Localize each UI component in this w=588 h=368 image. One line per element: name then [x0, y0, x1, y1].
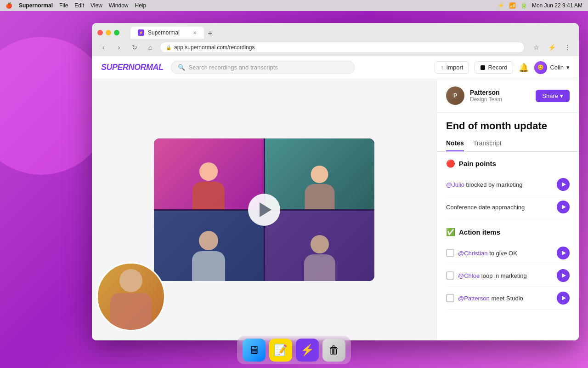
app-name[interactable]: Supernormal: [19, 2, 53, 9]
right-panel: P Patterson Design Team Share ▾ End of m…: [436, 79, 579, 340]
action-item-1: @Christian to give OK: [446, 242, 570, 264]
browser-tabs: ⚡ Supernormal ✕ +: [130, 27, 215, 39]
bookmark-button[interactable]: ☆: [530, 41, 542, 53]
notifications-button[interactable]: 🔔: [519, 63, 529, 73]
menu-file[interactable]: File: [59, 2, 68, 9]
play-triangle-icon: [260, 202, 271, 217]
menu-view[interactable]: View: [90, 2, 102, 9]
back-button[interactable]: ‹: [97, 41, 109, 53]
app-logo: SUPERNORMAL: [101, 63, 164, 72]
play-action-button-1[interactable]: [557, 247, 570, 259]
supernormal-extension-button[interactable]: ⚡: [546, 41, 558, 53]
share-button[interactable]: Share ▾: [536, 90, 570, 102]
browser-menu-button[interactable]: ⋮: [561, 41, 573, 53]
search-bar[interactable]: 🔍 Search recordings and transcripts: [171, 61, 355, 74]
play-action-icon-2: [562, 273, 566, 278]
dock-trash[interactable]: 🗑: [322, 339, 345, 362]
play-action-icon-3: [562, 296, 566, 300]
address-bar[interactable]: 🔒 app.supernormal.com/recordings: [160, 42, 525, 53]
browser-window: ⚡ Supernormal ✕ + ‹ › ↻ ⌂ 🔒 app.supernor…: [92, 23, 579, 340]
pain-point-text-rest-1: blocked by marketing: [466, 181, 523, 188]
video-cell-3: [154, 211, 264, 282]
url-text: app.supernormal.com/recordings: [174, 44, 254, 51]
presenter-initials: P: [453, 92, 457, 99]
menubar: 🍎 Supernormal File Edit View Window Help…: [0, 0, 588, 11]
search-placeholder: Search recordings and transcripts: [189, 64, 278, 71]
play-action-button-2[interactable]: [557, 269, 570, 282]
apple-menu[interactable]: 🍎: [6, 2, 12, 9]
checkbox-3[interactable]: [446, 294, 454, 302]
datetime: Mon Jun 22 9:41 AM: [532, 2, 582, 9]
minimize-window-button[interactable]: [106, 30, 111, 35]
browser-toolbar: ‹ › ↻ ⌂ 🔒 app.supernormal.com/recordings…: [92, 39, 579, 56]
finder-icon: 🖥: [249, 344, 260, 356]
mention-patterson: @Patterson: [458, 295, 490, 302]
play-icon-2: [562, 205, 566, 209]
meeting-tabs: Notes Transcript: [437, 136, 579, 152]
share-label: Share: [542, 92, 558, 99]
tab-transcript[interactable]: Transcript: [473, 136, 502, 151]
dock-notes[interactable]: 📝: [269, 339, 292, 362]
record-button[interactable]: Record: [475, 61, 513, 74]
trash-icon: 🗑: [328, 344, 339, 356]
play-clip-button-2[interactable]: [557, 201, 570, 213]
import-button[interactable]: ↑ Import: [435, 61, 469, 74]
ssl-lock-icon: 🔒: [166, 45, 171, 50]
video-container: [154, 138, 374, 281]
traffic-lights: [97, 30, 119, 35]
forward-button[interactable]: ›: [113, 41, 125, 53]
new-tab-button[interactable]: +: [205, 29, 215, 39]
header-actions: ↑ Import Record 🔔 😊 Colin ▾: [435, 61, 570, 74]
mention-julio: @Julio: [446, 181, 464, 188]
menu-edit[interactable]: Edit: [74, 2, 84, 9]
notes-icon: 📝: [274, 344, 288, 356]
action-rest-1: to give OK: [489, 250, 517, 257]
presenter-avatar: P: [446, 86, 464, 105]
action-rest-3: meet Studio: [491, 295, 523, 302]
menu-help[interactable]: Help: [135, 2, 147, 9]
record-dot-icon: [481, 65, 485, 70]
dock-finder[interactable]: 🖥: [243, 339, 266, 362]
checkbox-2[interactable]: [446, 271, 454, 280]
maximize-window-button[interactable]: [114, 30, 119, 35]
meeting-title: End of month update: [437, 113, 579, 136]
tab-close-button[interactable]: ✕: [193, 30, 197, 35]
video-cell-2: [265, 138, 375, 209]
battery-icon: 🔋: [520, 2, 527, 9]
notes-content: 🔴 Pain points @Julio blocked by marketin…: [437, 152, 579, 340]
mention-chloe: @Chloe: [458, 272, 480, 279]
play-clip-button-1[interactable]: [557, 178, 570, 191]
presenter-info: Patterson Design Team: [470, 89, 530, 103]
pain-points-title: Pain points: [459, 160, 496, 167]
user-name: Colin: [550, 64, 564, 71]
close-window-button[interactable]: [97, 30, 103, 35]
checkbox-1[interactable]: [446, 249, 454, 257]
active-tab[interactable]: ⚡ Supernormal ✕: [130, 27, 204, 39]
home-button[interactable]: ⌂: [144, 41, 156, 53]
play-icon-1: [562, 182, 566, 187]
avatar: 😊: [534, 61, 547, 74]
dock-supernormal[interactable]: ⚡: [296, 339, 319, 362]
tab-favicon: ⚡: [138, 29, 144, 36]
play-action-button-3[interactable]: [557, 292, 570, 305]
pain-points-icon: 🔴: [446, 159, 455, 168]
action-items-section: ✅ Action items @Christian to give OK: [446, 228, 570, 310]
avatar-emoji: 😊: [537, 64, 544, 70]
dock: 🖥 📝 ⚡ 🗑: [237, 336, 351, 364]
user-menu-button[interactable]: 😊 Colin ▾: [534, 61, 570, 74]
tab-notes[interactable]: Notes: [446, 136, 464, 151]
mention-christian: @Christian: [458, 250, 488, 257]
meeting-header: P Patterson Design Team Share ▾: [437, 79, 579, 113]
refresh-button[interactable]: ↻: [129, 41, 141, 53]
import-label: Import: [447, 64, 464, 71]
pain-point-text-1: @Julio blocked by marketing: [446, 181, 553, 188]
action-items-section-header: ✅ Action items: [446, 228, 570, 236]
menu-window[interactable]: Window: [109, 2, 129, 9]
play-button[interactable]: [248, 194, 280, 226]
chevron-down-icon: ▾: [560, 92, 563, 99]
browser-titlebar: ⚡ Supernormal ✕ +: [92, 23, 579, 39]
chevron-down-icon: ▾: [566, 64, 570, 71]
wifi-icon: 📶: [509, 2, 516, 9]
action-text-3: @Patterson meet Studio: [458, 295, 553, 302]
main-area: P Patterson Design Team Share ▾ End of m…: [92, 79, 579, 340]
